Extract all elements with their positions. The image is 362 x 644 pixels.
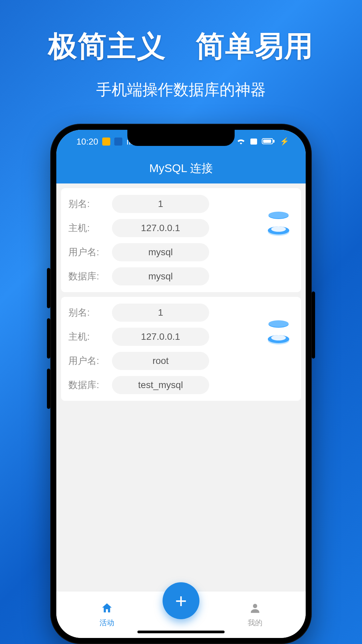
wifi-icon: [236, 137, 246, 147]
connection-card[interactable]: 别名:1 主机:127.0.0.1 用户名:mysql 数据库:mysql: [61, 188, 301, 292]
promo-headline: 极简主义 简单易用: [48, 27, 314, 66]
svg-rect-2: [263, 140, 271, 143]
app-title: MySQL 连接: [149, 161, 213, 176]
nav-home-label: 活动: [100, 618, 114, 628]
database-icon: [263, 317, 294, 351]
user-label: 用户名:: [68, 355, 112, 367]
app-bar: MySQL 连接: [56, 153, 306, 183]
phone-frame: 10:20 ılı ⚡ My: [50, 124, 312, 644]
svg-point-13: [253, 604, 257, 608]
svg-point-9: [268, 320, 289, 327]
alias-label: 别名:: [68, 198, 112, 210]
status-notification-icon: [114, 138, 122, 146]
charging-icon: ⚡: [280, 137, 289, 146]
host-value: 127.0.0.1: [112, 219, 209, 237]
phone-screen: 10:20 ılı ⚡ My: [56, 130, 306, 638]
home-indicator[interactable]: [137, 631, 225, 633]
host-value: 127.0.0.1: [112, 328, 209, 346]
alias-value: 1: [112, 195, 209, 213]
plus-icon: +: [175, 589, 187, 612]
status-app-icon: [102, 138, 110, 146]
host-label: 主机:: [68, 222, 112, 234]
battery-icon: [262, 137, 275, 147]
host-label: 主机:: [68, 330, 112, 343]
db-label: 数据库:: [68, 270, 112, 283]
svg-point-4: [268, 212, 289, 218]
alias-label: 别名:: [68, 306, 112, 319]
connection-list[interactable]: 别名:1 主机:127.0.0.1 用户名:mysql 数据库:mysql 别名…: [56, 183, 306, 591]
user-value: root: [112, 352, 209, 370]
user-value: mysql: [112, 243, 209, 261]
alias-value: 1: [112, 304, 209, 322]
db-value: mysql: [112, 267, 209, 285]
nav-profile-label: 我的: [248, 618, 262, 628]
promo-subhead: 手机端操作数据库的神器: [96, 79, 266, 100]
svg-point-12: [271, 335, 286, 340]
add-connection-button[interactable]: +: [163, 582, 199, 619]
status-card-icon: [250, 139, 257, 145]
database-icon: [263, 208, 294, 242]
person-icon: [248, 602, 262, 616]
user-label: 用户名:: [68, 246, 112, 259]
connection-card[interactable]: 别名:1 主机:127.0.0.1 用户名:root 数据库:test_mysq…: [61, 297, 301, 401]
svg-point-7: [271, 226, 286, 232]
home-icon: [100, 602, 114, 616]
notch: [127, 130, 235, 146]
status-time: 10:20: [76, 137, 98, 147]
svg-rect-1: [273, 140, 275, 143]
db-value: test_mysql: [112, 376, 209, 394]
db-label: 数据库:: [68, 379, 112, 391]
